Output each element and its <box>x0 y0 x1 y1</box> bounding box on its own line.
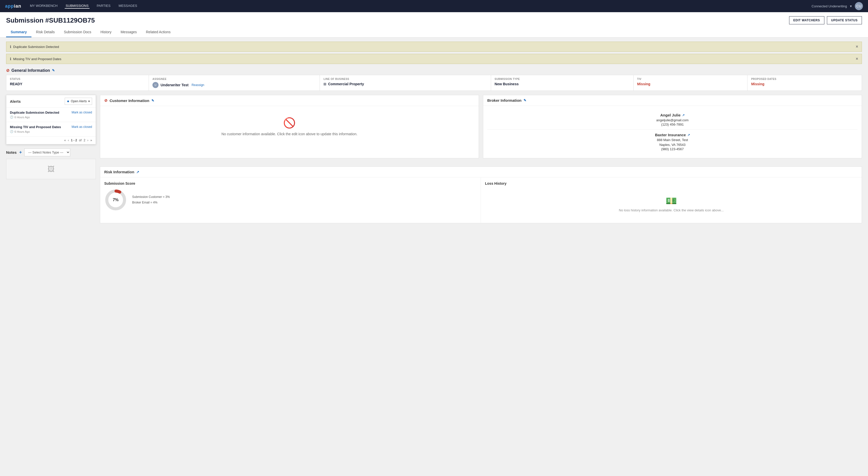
alert-item-2-time: 🕐 6 Hours Ago <box>10 130 92 133</box>
proposed-dates-label: PROPOSED DATES <box>751 78 858 81</box>
alert-message-1: Duplicate Submission Detected <box>13 45 59 49</box>
general-info-error-icon: ⊘ <box>6 68 9 73</box>
tab-submission-docs[interactable]: Submission Docs <box>59 27 96 37</box>
loss-history-empty: No loss history information available. C… <box>619 208 724 212</box>
main-content: ℹ Duplicate Submission Detected × ℹ Miss… <box>0 37 868 227</box>
appian-logo: appian <box>5 4 21 9</box>
nav-my-workbench[interactable]: MY WORKBENCH <box>29 4 59 9</box>
lob-value: Commercial Property <box>328 82 364 86</box>
user-avatar[interactable]: CU <box>855 2 863 10</box>
customer-info-empty: No customer information available. Click… <box>221 132 358 136</box>
pag-next[interactable]: › <box>87 139 88 142</box>
broker-info-header: Broker Information ✎ <box>483 95 862 106</box>
tab-related-actions[interactable]: Related Actions <box>141 27 175 37</box>
notes-add-icon[interactable]: + <box>19 150 22 155</box>
risk-info-title: Risk Information <box>104 170 134 174</box>
broker-1-name: Angel Julie <box>660 113 681 117</box>
filter-chevron-icon: ▾ <box>88 99 90 103</box>
assignee-label: ASSIGNEE <box>152 78 316 81</box>
update-status-button[interactable]: UPDATE STATUS <box>827 16 862 24</box>
nav-submissions[interactable]: SUBMISSIONS <box>65 4 90 9</box>
broker-2-link-icon[interactable]: ↗ <box>687 133 690 137</box>
broker-1-link-icon[interactable]: ↗ <box>682 113 685 117</box>
broker-2-city: Naples, VA 76543 <box>490 143 855 147</box>
tab-history[interactable]: History <box>96 27 116 37</box>
broker-2-address: 888 Main Street, Test <box>490 138 855 142</box>
broker-contact-2: Baxter Insurance ↗ 888 Main Street, Test… <box>487 130 858 154</box>
nav-right: Connected Underwriting ▾ CU <box>812 2 863 10</box>
alert-info-icon-1: ℹ <box>10 44 11 49</box>
mark-closed-1[interactable]: Mark as closed <box>71 111 92 114</box>
proposed-dates-value: Missing <box>751 82 858 86</box>
status-value: READY <box>10 82 145 86</box>
customer-info-body: 🚫 No customer information available. Cli… <box>100 106 478 147</box>
page-title: Submission #SUB1129OB75 <box>6 17 95 24</box>
tiv-label: TIV <box>637 78 744 81</box>
nav-messages[interactable]: MESSAGES <box>118 4 138 9</box>
alert-close-2[interactable]: × <box>856 57 858 61</box>
top-navigation: appian MY WORKBENCH SUBMISSIONS PARTIES … <box>0 0 868 12</box>
alert-close-1[interactable]: × <box>856 44 858 49</box>
customer-info-title: Customer Information <box>110 98 149 103</box>
assignee-avatar: U <box>152 82 158 88</box>
alerts-filter-dropdown[interactable]: ● Open Alerts ▾ <box>65 98 92 105</box>
broker-info-title: Broker Information <box>487 98 522 102</box>
legend-item-1: Submission Customer = 3% <box>132 195 170 200</box>
customer-info-edit-icon[interactable]: ✎ <box>151 99 154 102</box>
broker-info-section: Broker Information ✎ Angel Julie ↗ angel… <box>483 95 862 158</box>
nav-parties[interactable]: PARTIES <box>96 4 111 9</box>
alert-item-1: Duplicate Submission Detected Mark as cl… <box>6 108 96 122</box>
clock-icon-1: 🕐 <box>10 115 13 119</box>
assignee-cell: ASSIGNEE U Underwriter Test Reassign <box>149 75 320 91</box>
pag-of: of <box>79 139 82 142</box>
dropdown-icon: ▾ <box>850 4 852 8</box>
tab-risk-details[interactable]: Risk Details <box>31 27 59 37</box>
pag-total: 2 <box>84 139 86 142</box>
loss-icon: 💵 <box>665 196 677 206</box>
status-cell: STATUS READY <box>6 75 149 91</box>
notes-section: Notes + --- Select Notes Type --- 🖼 <box>6 148 96 179</box>
lob-label: LINE OF BUSINESS <box>323 78 487 81</box>
risk-info-edit-icon[interactable]: ↗ <box>136 170 139 174</box>
alerts-popup-header: Alerts ● Open Alerts ▾ <box>6 95 96 108</box>
pag-last[interactable]: » <box>90 139 92 142</box>
reassign-link[interactable]: Reassign <box>191 83 204 87</box>
no-customer-icon: 🚫 <box>283 117 296 129</box>
alert-info-icon-2: ℹ <box>10 57 11 61</box>
general-info-header: ⊘ General Information ✎ <box>6 68 862 73</box>
edit-watchers-button[interactable]: EDIT WATCHERS <box>789 16 825 24</box>
broker-2-phone: (980) 123-4567 <box>490 147 855 151</box>
broker-2-name: Baxter Insurance <box>655 133 686 137</box>
right-panel: ⊘ Customer Information ✎ 🚫 No customer i… <box>100 95 862 223</box>
broker-contact-1: Angel Julie ↗ angeljulie@gmail.com (123)… <box>487 110 858 130</box>
broker-info-body: Angel Julie ↗ angeljulie@gmail.com (123)… <box>483 106 862 158</box>
clock-icon-2: 🕐 <box>10 130 13 133</box>
tab-messages[interactable]: Messages <box>116 27 141 37</box>
alert-item-2-title: Missing TIV and Proposed Dates <box>10 125 69 129</box>
tab-summary[interactable]: Summary <box>6 27 31 37</box>
loss-history-title: Loss History <box>485 181 858 185</box>
loss-history-body: 💵 No loss history information available.… <box>485 188 858 219</box>
mark-closed-2[interactable]: Mark as closed <box>71 125 92 129</box>
assignee-value: Underwriter Test <box>161 83 188 87</box>
general-info-edit-icon[interactable]: ✎ <box>52 68 55 72</box>
proposed-dates-cell: PROPOSED DATES Missing <box>747 75 862 91</box>
tiv-cell: TIV Missing <box>633 75 748 91</box>
customer-error-icon: ⊘ <box>104 98 107 103</box>
pag-first[interactable]: « <box>64 139 66 142</box>
legend-item-2: Broker Email = 4% <box>132 200 170 206</box>
submission-type-value: New Business <box>495 82 630 86</box>
alerts-pagination: « ‹ 1 - 2 of 2 › » <box>6 137 96 144</box>
alert-item-1-title: Duplicate Submission Detected <box>10 111 69 114</box>
donut-label: 7% <box>113 198 119 202</box>
notes-type-select[interactable]: --- Select Notes Type --- <box>24 148 70 156</box>
pag-prev[interactable]: ‹ <box>68 139 69 142</box>
header-buttons: EDIT WATCHERS UPDATE STATUS <box>789 16 862 24</box>
notes-title: Notes <box>6 150 17 154</box>
lob-icon: ⊞ <box>323 82 327 86</box>
nav-links: MY WORKBENCH SUBMISSIONS PARTIES MESSAGE… <box>29 4 812 9</box>
notes-placeholder: 🖼 <box>6 159 96 179</box>
general-info-grid: STATUS READY ASSIGNEE U Underwriter Test… <box>6 75 862 91</box>
broker-info-edit-icon[interactable]: ✎ <box>524 98 526 102</box>
customer-info-header: ⊘ Customer Information ✎ <box>100 95 478 106</box>
